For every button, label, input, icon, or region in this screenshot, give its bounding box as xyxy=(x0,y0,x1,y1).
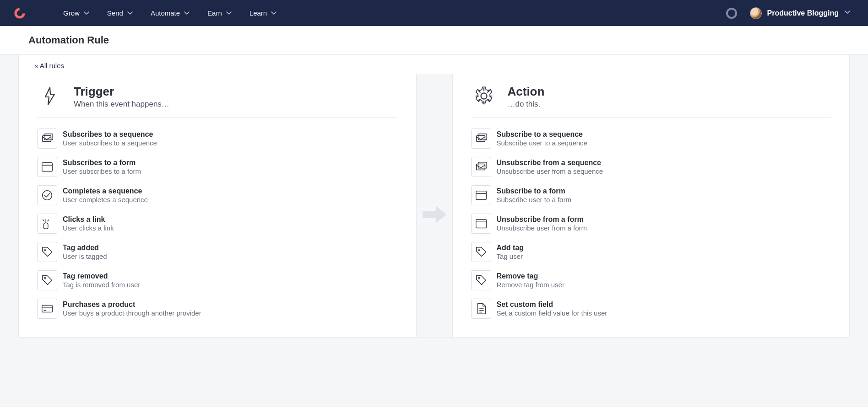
arrow-right-icon xyxy=(422,205,447,224)
option-title: Purchases a product xyxy=(63,300,201,309)
top-nav: Grow Send Automate Earn Learn Productive… xyxy=(0,0,868,26)
option-title: Remove tag xyxy=(497,272,564,281)
subheader: Automation Rule xyxy=(0,26,868,55)
action-options: Subscribe to a sequenceSubscribe user to… xyxy=(471,129,831,319)
action-subheading: …do this. xyxy=(508,100,545,109)
file-icon xyxy=(471,299,491,319)
trigger-option[interactable]: Subscribes to a formUser subscribes to a… xyxy=(37,157,397,177)
option-desc: Tag user xyxy=(497,252,524,261)
nav-items: Grow Send Automate Earn Learn xyxy=(57,6,283,20)
sequence-icon xyxy=(471,129,491,149)
avatar xyxy=(750,7,762,19)
content: « All rules Trigger When this event happ… xyxy=(0,55,868,356)
option-title: Tag removed xyxy=(63,272,140,281)
nav-item-send[interactable]: Send xyxy=(101,6,140,20)
page-title: Automation Rule xyxy=(28,34,840,46)
option-desc: Subscribe user to a sequence xyxy=(497,139,587,148)
logo[interactable] xyxy=(13,6,38,20)
nav-right: Productive Blogging xyxy=(726,7,855,19)
nav-item-grow[interactable]: Grow xyxy=(57,6,96,20)
action-option[interactable]: Add tagTag user xyxy=(471,242,831,262)
option-title: Unsubscribe from a form xyxy=(497,215,587,224)
option-title: Unsubscribe from a sequence xyxy=(497,158,603,167)
account-name: Productive Blogging xyxy=(767,9,839,17)
form-icon xyxy=(471,214,491,234)
trigger-header: Trigger When this event happens… xyxy=(37,74,397,118)
nav-item-label: Earn xyxy=(207,9,222,17)
chevron-down-icon xyxy=(271,10,277,16)
nav-item-label: Automate xyxy=(151,9,180,17)
option-desc: User is tagged xyxy=(63,252,107,261)
chevron-down-icon xyxy=(127,10,133,16)
action-option[interactable]: Unsubscribe from a sequenceUnsubscribe u… xyxy=(471,157,831,177)
trigger-option[interactable]: Tag addedUser is tagged xyxy=(37,242,397,262)
form-icon xyxy=(37,157,57,177)
action-panel: Action …do this. Subscribe to a sequence… xyxy=(453,74,850,337)
action-header: Action …do this. xyxy=(471,74,831,118)
trigger-option[interactable]: Tag removedTag is removed from user xyxy=(37,270,397,290)
help-icon[interactable] xyxy=(726,8,737,19)
trigger-options: Subscribes to a sequenceUser subscribes … xyxy=(37,129,397,319)
tag-icon xyxy=(37,242,57,262)
option-title: Tag added xyxy=(63,243,107,252)
action-heading: Action xyxy=(508,85,545,99)
option-title: Clicks a link xyxy=(63,215,114,224)
trigger-heading: Trigger xyxy=(74,85,169,99)
option-title: Subscribes to a sequence xyxy=(63,130,157,139)
chevron-down-icon xyxy=(844,9,851,17)
nav-item-label: Grow xyxy=(63,9,80,17)
sequence-icon xyxy=(37,129,57,149)
nav-item-label: Send xyxy=(107,9,123,17)
option-desc: Subscribe user to a form xyxy=(497,196,571,204)
card-icon xyxy=(37,299,57,319)
back-link[interactable]: « All rules xyxy=(34,62,64,70)
action-option[interactable]: Set custom fieldSet a custom field value… xyxy=(471,299,831,319)
nav-item-automate[interactable]: Automate xyxy=(144,6,196,20)
nav-item-label: Learn xyxy=(250,9,267,17)
trigger-option[interactable]: Purchases a productUser buys a product t… xyxy=(37,299,397,319)
trigger-subheading: When this event happens… xyxy=(74,100,169,109)
option-title: Set custom field xyxy=(497,300,608,309)
option-desc: Tag is removed from user xyxy=(63,281,140,289)
trigger-option[interactable]: Clicks a linkUser clicks a link xyxy=(37,214,397,234)
action-option[interactable]: Subscribe to a sequenceSubscribe user to… xyxy=(471,129,831,149)
chevron-down-icon xyxy=(226,10,232,16)
option-desc: Remove tag from user xyxy=(497,281,564,289)
option-desc: User subscribes to a form xyxy=(63,167,141,176)
nav-item-learn[interactable]: Learn xyxy=(243,6,283,20)
option-title: Subscribe to a sequence xyxy=(497,130,587,139)
option-desc: Set a custom field value for this user xyxy=(497,309,608,318)
chevron-down-icon xyxy=(83,10,90,16)
gear-icon xyxy=(471,85,497,107)
form-icon xyxy=(471,185,491,205)
bolt-icon xyxy=(37,85,63,107)
tag-icon xyxy=(37,270,57,290)
option-desc: Unsubscribe user from a form xyxy=(497,224,587,233)
option-title: Completes a sequence xyxy=(63,187,148,196)
click-icon xyxy=(37,214,57,234)
option-title: Subscribe to a form xyxy=(497,187,571,196)
option-title: Add tag xyxy=(497,243,524,252)
action-option[interactable]: Subscribe to a formSubscribe user to a f… xyxy=(471,185,831,205)
tag-icon xyxy=(471,242,491,262)
option-desc: User completes a sequence xyxy=(63,196,148,204)
trigger-option[interactable]: Subscribes to a sequenceUser subscribes … xyxy=(37,129,397,149)
nav-item-earn[interactable]: Earn xyxy=(201,6,239,20)
chevron-down-icon xyxy=(184,10,190,16)
action-option[interactable]: Remove tagRemove tag from user xyxy=(471,270,831,290)
sequence-icon xyxy=(471,157,491,177)
account-menu[interactable]: Productive Blogging xyxy=(750,7,855,19)
trigger-panel: Trigger When this event happens… Subscri… xyxy=(19,74,416,337)
option-desc: Unsubscribe user from a sequence xyxy=(497,167,603,176)
trigger-option[interactable]: Completes a sequenceUser completes a seq… xyxy=(37,185,397,205)
complete-icon xyxy=(37,185,57,205)
option-desc: User subscribes to a sequence xyxy=(63,139,157,148)
option-title: Subscribes to a form xyxy=(63,158,141,167)
flow-gap xyxy=(416,74,453,337)
tag-icon xyxy=(471,270,491,290)
rule-card: « All rules Trigger When this event happ… xyxy=(18,55,850,337)
option-desc: User clicks a link xyxy=(63,224,114,233)
option-desc: User buys a product through another prov… xyxy=(63,309,201,318)
action-option[interactable]: Unsubscribe from a formUnsubscribe user … xyxy=(471,214,831,234)
